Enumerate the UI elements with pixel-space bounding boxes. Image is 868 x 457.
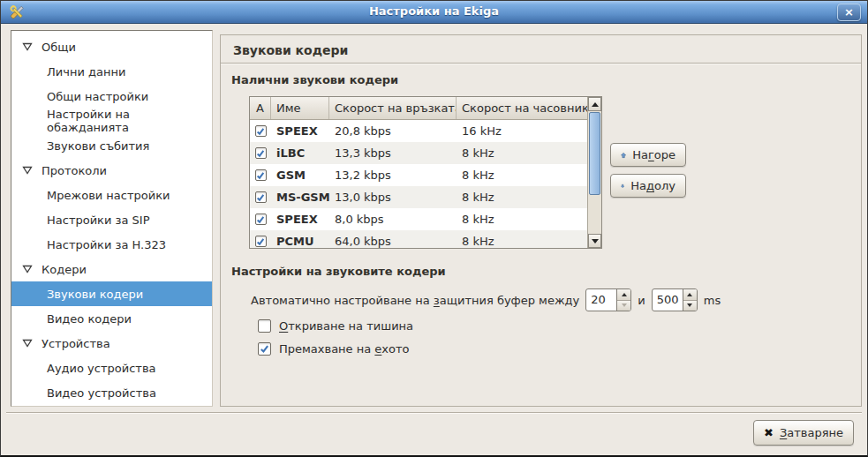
codec-enabled-checkbox[interactable] (255, 125, 267, 137)
window-close-button[interactable]: × (837, 4, 861, 21)
spin-down-button[interactable] (617, 300, 630, 311)
sidebar-item-label: Общи настройки (47, 90, 148, 103)
move-up-label: Нагоре (632, 148, 676, 161)
codec-enabled-checkbox[interactable] (255, 214, 267, 225)
echo-cancellation-label: Премахване на ехото (279, 342, 410, 356)
codec-enabled-cell (250, 191, 271, 203)
jitter-unit-label: ms (704, 294, 721, 307)
table-row[interactable]: SPEEX20,8 kbps16 kHz (250, 120, 587, 142)
move-up-button[interactable]: Нагоре (610, 143, 686, 167)
sidebar-item[interactable]: Мрежови настройки (11, 183, 212, 207)
spin-down-icon (622, 303, 627, 307)
spin-up-button[interactable] (683, 289, 697, 300)
codec-bandwidth-cell: 13,2 kbps (329, 169, 457, 182)
table-scrollbar[interactable] (587, 97, 601, 248)
title-separator (221, 63, 861, 64)
down-arrow-icon (621, 180, 624, 192)
codec-name-cell: SPEEX (271, 124, 329, 138)
spin-up-button[interactable] (617, 289, 630, 300)
sidebar-item[interactable]: Звукови събития (11, 133, 212, 158)
triangle-up-icon (592, 102, 599, 107)
codec-enabled-cell (250, 236, 271, 247)
sidebar-item[interactable]: Звукови кодери (11, 281, 212, 306)
column-header[interactable]: Име (271, 97, 329, 119)
codec-enabled-checkbox[interactable] (255, 236, 267, 247)
column-header[interactable]: A (250, 97, 271, 119)
expander-icon[interactable] (22, 339, 33, 348)
sidebar-section[interactable]: Кодери (11, 257, 212, 281)
titlebar[interactable]: Настройки на Ekiga × (1, 1, 867, 24)
move-down-label: Надолу (630, 179, 676, 192)
sidebar-section[interactable]: Общи (11, 34, 212, 59)
triangle-down-icon (592, 239, 599, 243)
codec-clock-rate-cell: 8 kHz (457, 213, 587, 226)
echo-cancellation-checkbox[interactable] (258, 342, 271, 356)
check-icon (256, 149, 265, 158)
action-area-separator (6, 412, 862, 414)
sidebar-item[interactable]: Настройки за SIP (11, 207, 212, 232)
sidebar-item[interactable]: Видео устройства (11, 380, 212, 405)
close-button-label: Затваряне (780, 426, 843, 439)
expander-icon[interactable] (22, 42, 33, 51)
column-header[interactable]: Скорост на връзката (329, 97, 457, 119)
silence-detection-row[interactable]: Откриване на тишина (258, 319, 413, 333)
sidebar-item[interactable]: Лични данни (11, 59, 212, 84)
codec-bandwidth-cell: 13,0 kbps (329, 191, 457, 204)
sidebar-section[interactable]: Протоколи (11, 158, 212, 183)
sidebar-item[interactable]: Видео кодери (11, 306, 212, 331)
sidebar-item-label: Звукови събития (47, 139, 149, 153)
codec-enabled-cell (250, 214, 271, 225)
jitter-max-spinbox[interactable]: 500 (652, 288, 698, 311)
sidebar: ОбщиЛични данниОбщи настройкиНастройки н… (11, 30, 213, 407)
sidebar-item-label: Настройки за SIP (47, 214, 150, 227)
echo-cancellation-row[interactable]: Премахване на ехото (258, 342, 410, 356)
codec-name-cell: MS-GSM (271, 191, 329, 204)
codec-bandwidth-cell: 20,8 kbps (329, 124, 457, 138)
check-icon (256, 127, 265, 136)
spin-up-icon (687, 293, 692, 296)
jitter-max-value[interactable]: 500 (653, 289, 683, 311)
sidebar-item-label: Звукови кодери (47, 288, 143, 301)
sidebar-item-label: Лични данни (47, 65, 125, 79)
move-down-button[interactable]: Надолу (610, 174, 686, 198)
scroll-up-button[interactable] (588, 97, 601, 111)
scrollbar-thumb[interactable] (589, 112, 600, 195)
codec-clock-rate-cell: 8 kHz (457, 169, 587, 182)
jitter-and-label: и (638, 294, 645, 307)
table-row[interactable]: GSM13,2 kbps8 kHz (250, 164, 587, 186)
codec-enabled-checkbox[interactable] (255, 147, 267, 159)
silence-detection-checkbox[interactable] (258, 319, 271, 333)
expander-icon[interactable] (22, 166, 33, 175)
table-row[interactable]: MS-GSM13,0 kbps8 kHz (250, 186, 587, 208)
codec-enabled-checkbox[interactable] (255, 169, 267, 181)
sidebar-item[interactable]: Общи настройки (11, 84, 212, 109)
codec-enabled-cell (250, 169, 271, 181)
codec-enabled-checkbox[interactable] (255, 191, 267, 203)
check-icon (256, 193, 265, 202)
sidebar-item[interactable]: Настройки за H.323 (11, 232, 212, 257)
preferences-window: Настройки на Ekiga × ОбщиЛични данниОбщи… (0, 0, 868, 457)
sidebar-section[interactable]: Устройства (11, 331, 212, 356)
codec-bandwidth-cell: 8,0 kbps (329, 213, 457, 226)
spin-down-button[interactable] (683, 300, 697, 311)
sidebar-item[interactable]: Аудио устройства (11, 356, 212, 380)
codecs-section-title: Налични звукови кодери (231, 73, 398, 86)
table-row[interactable]: SPEEX8,0 kbps8 kHz (250, 208, 587, 230)
codec-clock-rate-cell: 8 kHz (457, 146, 587, 160)
sidebar-item[interactable]: Настройки на обажданията (11, 109, 212, 133)
jitter-max-spinner (683, 289, 697, 311)
column-header[interactable]: Скорост на часовника (457, 97, 587, 119)
table-row[interactable]: iLBC13,3 kbps8 kHz (250, 142, 587, 164)
codec-name-cell: GSM (271, 169, 329, 182)
scroll-down-button[interactable] (588, 234, 601, 248)
codec-clock-rate-cell: 16 kHz (457, 124, 587, 138)
table-row[interactable]: PCMU64,0 kbps8 kHz (250, 230, 587, 248)
jitter-min-value[interactable]: 20 (586, 289, 616, 311)
expander-icon[interactable] (22, 265, 33, 273)
jitter-min-spinbox[interactable]: 20 (585, 288, 631, 311)
close-button[interactable]: ✖ Затваряне (753, 420, 854, 446)
spin-down-icon (687, 303, 692, 307)
check-icon (260, 344, 269, 354)
sidebar-item-label: Аудио устройства (47, 362, 156, 375)
silence-detection-label: Откриване на тишина (279, 319, 413, 333)
